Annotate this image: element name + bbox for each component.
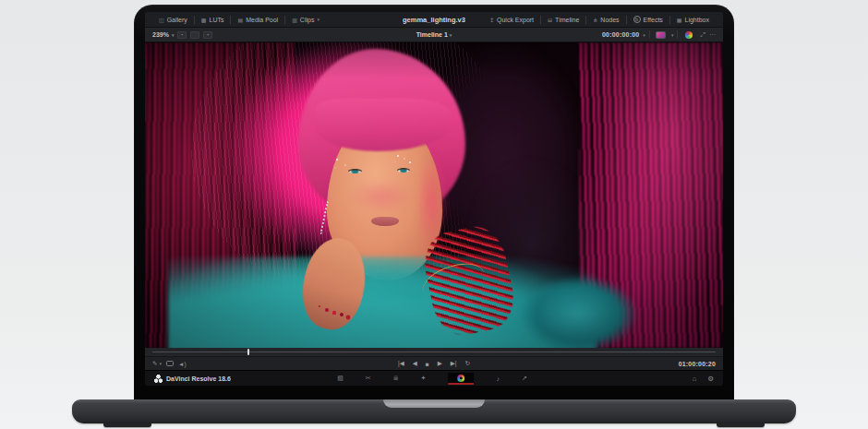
scopes-icon[interactable]	[685, 31, 693, 39]
luts-label: LUTs	[210, 17, 224, 23]
quick-export-label: Quick Export	[497, 17, 534, 23]
play-button[interactable]: ▶	[438, 360, 442, 367]
laptop-foot-left	[103, 422, 151, 427]
color-page-icon	[457, 375, 464, 382]
color-page-button-active[interactable]	[448, 373, 474, 385]
gallery-icon: ◫	[159, 17, 164, 23]
laptop-base	[72, 399, 796, 423]
davinci-resolve-logo-icon	[154, 375, 163, 383]
project-title: gemma_lighting.v3	[403, 16, 465, 24]
loop-button[interactable]: ↻	[464, 360, 469, 367]
playback-controls: |◀ ◀ ■ ▶ ▶| ↻	[398, 360, 470, 367]
expand-icon[interactable]: ⤢	[700, 31, 705, 39]
timeline-icon: ⊟	[548, 17, 552, 23]
annotation-pen-icon: ✎	[152, 360, 157, 367]
settings-gear-button[interactable]: ⚙	[707, 375, 714, 383]
media-pool-button[interactable]: ▤ Media Pool	[231, 17, 284, 23]
viewer-image	[145, 42, 723, 348]
play-reverse-button[interactable]: ◀	[413, 360, 417, 367]
nodes-label: Nodes	[600, 17, 619, 23]
divider	[677, 30, 678, 39]
effects-button[interactable]: fx Effects	[627, 16, 669, 23]
display-icon	[166, 361, 174, 366]
chevron-down-icon: ▾	[159, 361, 162, 366]
page-switcher: ▧ ✂ ≣ ✦ ♪ ↗	[337, 373, 527, 385]
timeline-selector[interactable]: Timeline 1 ▾	[416, 31, 452, 38]
transport-bar: ✎ ▾ ◄) |◀ ◀ ■ ▶ ▶| ↻ 01:00:00:20	[145, 356, 723, 370]
clips-icon: ▥	[292, 17, 297, 23]
nodes-icon: ⋔	[593, 17, 597, 23]
timeline-selector-label: Timeline 1	[416, 31, 448, 38]
effects-icon: fx	[633, 16, 641, 23]
lightbox-button[interactable]: ▦ Lightbox	[670, 17, 716, 23]
scrubber-track[interactable]	[152, 352, 716, 352]
desktop-background: ◫ Gallery ▩ LUTs ▤ Media Pool ▥ Clips ▾	[0, 0, 868, 429]
still-thumbnail-icon[interactable]	[656, 31, 666, 39]
app-version-label: DaVinci Resolve 18.6	[166, 375, 231, 382]
nodes-button[interactable]: ⋔ Nodes	[586, 17, 625, 23]
chevron-down-icon: ▾	[172, 32, 175, 38]
timeline-view-button[interactable]: ⊟ Timeline	[541, 17, 585, 23]
annotation-tool-button[interactable]: ✎ ▾	[152, 360, 162, 367]
playhead[interactable]	[247, 349, 249, 355]
viewer-toggle-1[interactable]: ▪	[177, 31, 187, 39]
laptop-lid: ◫ Gallery ▩ LUTs ▤ Media Pool ▥ Clips ▾	[134, 5, 734, 400]
gallery-button[interactable]: ◫ Gallery	[152, 17, 194, 23]
chevron-down-icon: ▾	[317, 17, 319, 22]
page-bar: DaVinci Resolve 18.6 ▧ ✂ ≣ ✦ ♪ ↗ ⌂ ⚙	[145, 370, 723, 386]
clips-label: Clips	[300, 17, 315, 23]
audio-mute-button[interactable]: ◄)	[178, 361, 187, 367]
zoom-level-dropdown[interactable]: 239% ▾	[152, 31, 174, 38]
lightbox-label: Lightbox	[685, 17, 709, 23]
luts-button[interactable]: ▩ LUTs	[195, 17, 231, 23]
laptop-lid-notch	[383, 399, 485, 408]
speaker-icon: ◄)	[178, 361, 187, 367]
chevron-down-icon[interactable]: ▾	[671, 32, 674, 38]
first-frame-button[interactable]: |◀	[398, 360, 404, 367]
cut-page-button[interactable]: ✂	[366, 375, 371, 382]
media-page-button[interactable]: ▧	[337, 375, 344, 382]
top-toolbar: ◫ Gallery ▩ LUTs ▤ Media Pool ▥ Clips ▾	[145, 12, 723, 28]
edit-page-button[interactable]: ≣	[393, 375, 399, 382]
viewer-toggle-3[interactable]: ▪	[203, 31, 212, 39]
laptop-screen: ◫ Gallery ▩ LUTs ▤ Media Pool ▥ Clips ▾	[145, 12, 723, 386]
more-options-icon[interactable]: ⋯	[709, 31, 716, 39]
zoom-level-value: 239%	[152, 31, 169, 38]
fusion-page-button[interactable]: ✦	[421, 375, 427, 382]
laptop-foot-right	[717, 422, 765, 427]
record-timecode: 01:00:00:20	[679, 361, 716, 367]
viewer-toolbar: 239% ▾ ▪ ▪ Timeline 1 ▾ 00:00:00:00 ▾ ▾	[145, 28, 723, 42]
divider	[649, 30, 650, 39]
chevron-down-icon: ▾	[450, 32, 452, 38]
effects-label: Effects	[644, 17, 663, 23]
fairlight-page-button[interactable]: ♪	[496, 375, 500, 382]
timeline-scrubber[interactable]	[145, 348, 723, 356]
home-button[interactable]: ⌂	[693, 375, 697, 383]
deliver-page-button[interactable]: ↗	[522, 375, 527, 382]
quick-export-button[interactable]: ↥ Quick Export	[483, 17, 540, 23]
stop-button[interactable]: ■	[426, 361, 429, 367]
viewer-toggle-2[interactable]	[190, 31, 199, 39]
lightbox-icon: ▦	[677, 17, 682, 23]
quick-export-icon: ↥	[489, 17, 494, 23]
timeline-view-label: Timeline	[555, 17, 579, 23]
last-frame-button[interactable]: ▶|	[451, 360, 457, 367]
clips-button[interactable]: ▥ Clips ▾	[285, 17, 326, 23]
luts-icon: ▩	[201, 17, 207, 23]
chevron-down-icon[interactable]: ▾	[643, 32, 645, 38]
media-pool-icon: ▤	[237, 17, 243, 23]
source-timecode: 00:00:00:00	[602, 31, 639, 38]
display-button[interactable]	[166, 361, 174, 366]
photo-vignette	[145, 42, 723, 348]
media-pool-label: Media Pool	[246, 17, 278, 23]
gallery-label: Gallery	[167, 17, 187, 23]
